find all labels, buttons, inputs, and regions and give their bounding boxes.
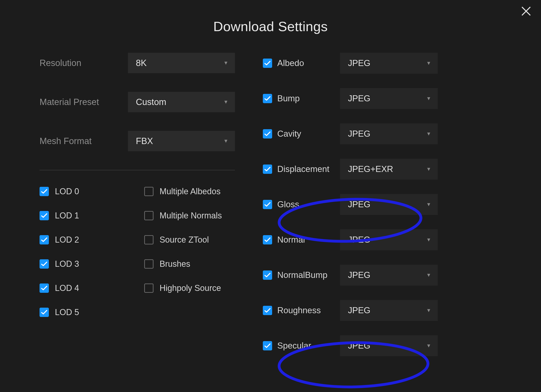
chevron-down-icon: ▼: [426, 96, 431, 102]
lod-checkbox[interactable]: [40, 284, 49, 293]
texture-format-select[interactable]: JPEG▼: [340, 335, 438, 356]
chevron-down-icon: ▼: [223, 138, 229, 144]
texture-format-value: JPEG: [348, 200, 370, 209]
texture-format-value: JPEG: [348, 58, 370, 68]
lod-checkbox[interactable]: [40, 211, 49, 220]
texture-format-select[interactable]: JPEG+EXR▼: [340, 159, 438, 180]
texture-label: Displacement: [277, 164, 340, 174]
texture-checkbox[interactable]: [263, 164, 272, 174]
texture-row: SpecularJPEG▼: [263, 335, 501, 356]
texture-checkbox[interactable]: [263, 59, 272, 68]
texture-row: NormalBumpJPEG▼: [263, 265, 501, 285]
extra-row[interactable]: Multiple Normals: [144, 211, 235, 220]
texture-row: GlossJPEG▼: [263, 194, 501, 215]
lod-checkbox[interactable]: [40, 259, 49, 269]
lod-checkbox[interactable]: [40, 308, 49, 317]
extra-row[interactable]: Multiple Albedos: [144, 187, 235, 196]
checkbox-grid: LOD 0LOD 1LOD 2LOD 3LOD 4LOD 5 Multiple …: [40, 187, 235, 317]
chevron-down-icon: ▼: [426, 272, 431, 278]
lod-checkbox[interactable]: [40, 187, 49, 196]
texture-label: Bump: [277, 94, 340, 103]
close-icon: [521, 6, 531, 16]
settings-content: Resolution 8K ▼ Material Preset Custom ▼…: [0, 53, 541, 356]
extra-label: Brushes: [160, 259, 190, 269]
extra-row[interactable]: Highpoly Source: [144, 283, 235, 293]
texture-format-select[interactable]: JPEG▼: [340, 53, 438, 74]
extra-checkbox[interactable]: [144, 284, 154, 293]
texture-format-select[interactable]: JPEG▼: [340, 265, 438, 285]
texture-label: Gloss: [277, 200, 340, 209]
texture-format-value: JPEG: [348, 305, 370, 315]
texture-format-select[interactable]: JPEG▼: [340, 194, 438, 215]
texture-checkbox[interactable]: [263, 200, 272, 209]
lod-row[interactable]: LOD 0: [40, 187, 130, 196]
texture-format-select[interactable]: JPEG▼: [340, 300, 438, 321]
material-preset-label: Material Preset: [40, 97, 128, 107]
texture-checkbox-wrap: [263, 306, 277, 315]
extra-checkbox[interactable]: [144, 211, 154, 220]
texture-row: DisplacementJPEG+EXR▼: [263, 159, 501, 180]
texture-checkbox[interactable]: [263, 306, 272, 315]
texture-format-select[interactable]: JPEG▼: [340, 123, 438, 144]
lod-row[interactable]: LOD 5: [40, 307, 130, 317]
texture-label: Specular: [277, 341, 340, 351]
lod-label: LOD 4: [55, 283, 79, 293]
extra-row[interactable]: Brushes: [144, 259, 235, 269]
lod-row[interactable]: LOD 1: [40, 211, 130, 220]
lod-row[interactable]: LOD 4: [40, 283, 130, 293]
texture-checkbox-wrap: [263, 129, 277, 138]
mesh-format-row: Mesh Format FBX ▼: [40, 131, 235, 151]
modal-title: Download Settings: [0, 19, 541, 34]
texture-checkbox[interactable]: [263, 94, 272, 103]
extra-label: Multiple Albedos: [160, 187, 220, 196]
resolution-row: Resolution 8K ▼: [40, 53, 235, 73]
texture-checkbox[interactable]: [263, 270, 272, 280]
texture-row: NormalJPEG▼: [263, 229, 501, 250]
mesh-format-select[interactable]: FBX ▼: [128, 131, 235, 151]
lod-label: LOD 0: [55, 187, 79, 196]
texture-checkbox[interactable]: [263, 235, 272, 244]
mesh-format-label: Mesh Format: [40, 136, 128, 146]
texture-label: Normal: [277, 235, 340, 245]
mesh-format-value: FBX: [136, 136, 153, 146]
lods-column: LOD 0LOD 1LOD 2LOD 3LOD 4LOD 5: [40, 187, 130, 317]
resolution-value: 8K: [136, 58, 146, 68]
texture-checkbox[interactable]: [263, 129, 272, 138]
chevron-down-icon: ▼: [223, 60, 229, 66]
lod-checkbox[interactable]: [40, 235, 49, 244]
texture-checkbox-wrap: [263, 270, 277, 280]
chevron-down-icon: ▼: [426, 343, 431, 349]
chevron-down-icon: ▼: [426, 307, 431, 313]
lod-row[interactable]: LOD 3: [40, 259, 130, 269]
texture-checkbox[interactable]: [263, 341, 272, 350]
texture-row: CavityJPEG▼: [263, 123, 501, 144]
extra-label: Highpoly Source: [160, 283, 221, 293]
texture-checkbox-wrap: [263, 235, 277, 244]
lod-label: LOD 1: [55, 211, 79, 220]
texture-format-value: JPEG: [348, 94, 370, 103]
chevron-down-icon: ▼: [426, 237, 431, 243]
texture-row: RoughnessJPEG▼: [263, 300, 501, 321]
texture-format-value: JPEG+EXR: [348, 164, 393, 174]
chevron-down-icon: ▼: [426, 166, 431, 172]
lod-label: LOD 2: [55, 235, 79, 245]
lod-label: LOD 5: [55, 307, 79, 317]
resolution-select[interactable]: 8K ▼: [128, 53, 235, 73]
divider: [40, 170, 235, 170]
extra-checkbox[interactable]: [144, 187, 154, 196]
lod-label: LOD 3: [55, 259, 79, 269]
texture-checkbox-wrap: [263, 164, 277, 174]
material-preset-select[interactable]: Custom ▼: [128, 92, 235, 112]
texture-format-select[interactable]: JPEG▼: [340, 88, 438, 109]
extra-checkbox[interactable]: [144, 259, 154, 269]
texture-format-select[interactable]: JPEG▼: [340, 229, 438, 250]
texture-checkbox-wrap: [263, 341, 277, 350]
close-button[interactable]: [519, 4, 533, 18]
extra-row[interactable]: Source ZTool: [144, 235, 235, 245]
lod-row[interactable]: LOD 2: [40, 235, 130, 245]
extra-checkbox[interactable]: [144, 235, 154, 244]
texture-checkbox-wrap: [263, 94, 277, 103]
texture-label: Roughness: [277, 305, 340, 315]
texture-format-value: JPEG: [348, 270, 370, 280]
texture-row: AlbedoJPEG▼: [263, 53, 501, 74]
